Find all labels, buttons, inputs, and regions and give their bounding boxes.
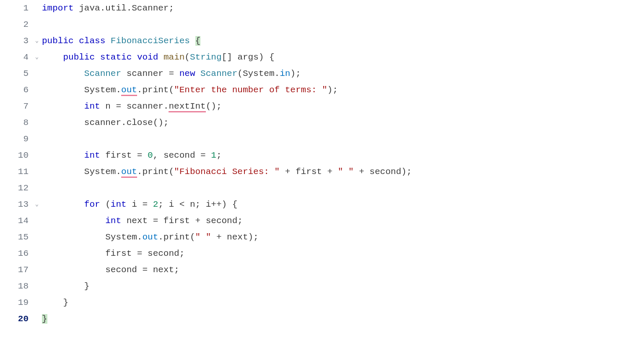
code-editor[interactable]: 1 import java.util.Scanner; 2 3 ⌄ public… [0, 0, 644, 338]
chevron-down-icon: ⌄ [35, 49, 39, 65]
lint-underline: out [121, 167, 137, 178]
code-line[interactable]: 5 Scanner scanner = new Scanner(System.i… [0, 65, 644, 82]
line-number: 14 [0, 213, 32, 229]
fold-gutter [32, 98, 42, 114]
fold-toggle[interactable]: ⌄ [32, 196, 42, 213]
line-number: 12 [0, 180, 32, 196]
code-content: second = next; [42, 262, 644, 278]
code-content: public class FibonacciSeries { [42, 33, 644, 49]
lint-underline: out [121, 85, 137, 96]
code-content: int n = scanner.nextInt(); [42, 98, 644, 114]
fold-gutter [32, 229, 42, 245]
code-content: System.out.print("Enter the number of te… [42, 82, 644, 98]
code-content: } [42, 311, 644, 327]
line-number: 4 [0, 49, 32, 65]
fold-gutter [32, 294, 42, 311]
fold-toggle[interactable]: ⌄ [32, 49, 42, 65]
code-line[interactable]: 12 [0, 180, 644, 196]
code-line[interactable]: 15 System.out.print(" " + next); [0, 229, 644, 245]
line-number: 20 [0, 311, 32, 327]
code-content [42, 180, 644, 196]
code-content [42, 131, 644, 147]
code-line[interactable]: 4 ⌄ public static void main(String[] arg… [0, 49, 644, 65]
fold-gutter [32, 278, 42, 294]
code-line[interactable]: 7 int n = scanner.nextInt(); [0, 98, 644, 114]
fold-gutter [32, 245, 42, 262]
line-number: 9 [0, 131, 32, 147]
code-line[interactable]: 1 import java.util.Scanner; [0, 0, 644, 16]
code-content: public static void main(String[] args) { [42, 49, 644, 65]
code-content: } [42, 294, 644, 311]
fold-gutter [32, 131, 42, 147]
code-line[interactable]: 20 } [0, 311, 644, 327]
line-number: 13 [0, 196, 32, 213]
line-number: 17 [0, 262, 32, 278]
code-line[interactable]: 11 System.out.print("Fibonacci Series: "… [0, 164, 644, 180]
code-line[interactable]: 6 System.out.print("Enter the number of … [0, 82, 644, 98]
code-content: first = second; [42, 245, 644, 262]
fold-gutter [32, 16, 42, 33]
code-line[interactable]: 2 [0, 16, 644, 33]
fold-gutter [32, 164, 42, 180]
code-line[interactable]: 10 int first = 0, second = 1; [0, 147, 644, 164]
code-content [42, 16, 644, 33]
line-number: 7 [0, 98, 32, 114]
fold-gutter [32, 213, 42, 229]
fold-gutter [32, 82, 42, 98]
fold-toggle[interactable]: ⌄ [32, 33, 42, 49]
code-line[interactable]: 3 ⌄ public class FibonacciSeries { [0, 33, 644, 49]
code-line[interactable]: 14 int next = first + second; [0, 213, 644, 229]
code-line[interactable]: 9 [0, 131, 644, 147]
code-content: int next = first + second; [42, 213, 644, 229]
chevron-down-icon: ⌄ [35, 33, 39, 49]
code-line[interactable]: 18 } [0, 278, 644, 294]
line-number: 19 [0, 294, 32, 311]
line-number: 16 [0, 245, 32, 262]
line-number: 8 [0, 114, 32, 131]
code-content: Scanner scanner = new Scanner(System.in)… [42, 65, 644, 82]
line-number: 1 [0, 0, 32, 16]
code-content: import java.util.Scanner; [42, 0, 644, 16]
line-number: 18 [0, 278, 32, 294]
line-number: 6 [0, 82, 32, 98]
fold-gutter [32, 65, 42, 82]
code-content: } [42, 278, 644, 294]
code-line[interactable]: 8 scanner.close(); [0, 114, 644, 131]
line-number: 11 [0, 164, 32, 180]
fold-gutter [32, 147, 42, 164]
line-number: 5 [0, 65, 32, 82]
line-number: 15 [0, 229, 32, 245]
code-line[interactable]: 19 } [0, 294, 644, 311]
line-number: 2 [0, 16, 32, 33]
fold-gutter [32, 114, 42, 131]
lint-underline: nextInt [169, 101, 205, 112]
code-line[interactable]: 13 ⌄ for (int i = 2; i < n; i++) { [0, 196, 644, 213]
fold-gutter [32, 0, 42, 16]
fold-gutter [32, 311, 42, 327]
code-content: scanner.close(); [42, 114, 644, 131]
fold-gutter [32, 262, 42, 278]
code-content: System.out.print("Fibonacci Series: " + … [42, 164, 644, 180]
code-content: System.out.print(" " + next); [42, 229, 644, 245]
line-number: 10 [0, 147, 32, 164]
fold-gutter [32, 180, 42, 196]
code-line[interactable]: 17 second = next; [0, 262, 644, 278]
code-content: for (int i = 2; i < n; i++) { [42, 196, 644, 213]
line-number: 3 [0, 33, 32, 49]
code-content: int first = 0, second = 1; [42, 147, 644, 164]
chevron-down-icon: ⌄ [35, 196, 39, 213]
code-line[interactable]: 16 first = second; [0, 245, 644, 262]
